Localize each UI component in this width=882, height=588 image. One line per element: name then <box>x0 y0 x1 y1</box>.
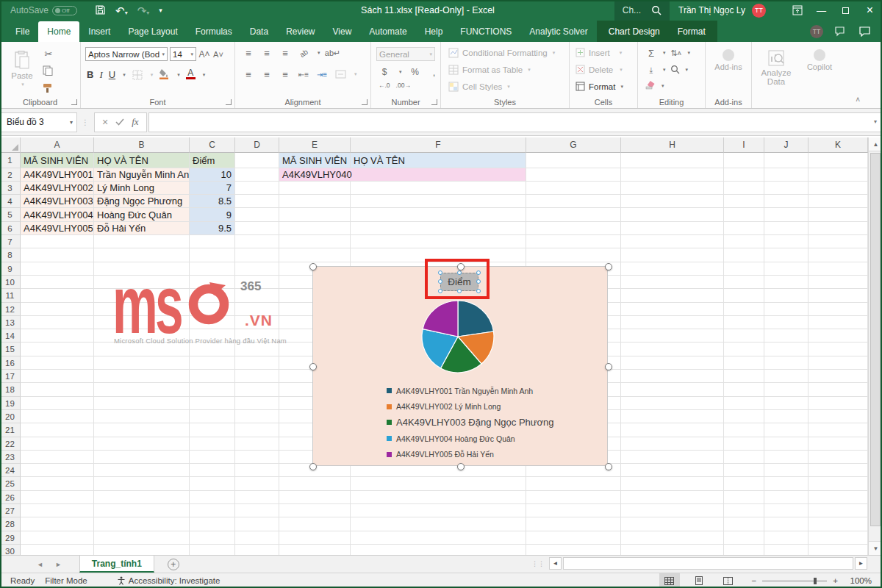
column-header-H[interactable]: H <box>621 137 724 153</box>
row-header-9[interactable]: 9 <box>0 262 21 276</box>
chart-handle-n[interactable] <box>457 263 465 270</box>
tab-functions[interactable]: FUNCTIONS <box>451 21 520 42</box>
cell-B1[interactable]: HỌ VÀ TÊN <box>94 153 189 168</box>
tab-analytic-solver[interactable]: Analytic Solver <box>520 21 596 42</box>
page-break-view-icon[interactable] <box>718 573 739 588</box>
row-header-30[interactable]: 30 <box>0 545 21 555</box>
cell-F1[interactable]: HỌ VÀ TÊN <box>351 153 526 168</box>
redo-button[interactable]: ↷▾ <box>137 5 150 16</box>
new-sheet-button[interactable]: + <box>168 559 179 570</box>
tab-view[interactable]: View <box>324 21 361 42</box>
insert-function-icon[interactable]: fx <box>132 116 138 128</box>
shrink-font-icon[interactable]: A˅ <box>212 49 224 60</box>
align-center-icon[interactable]: ≡ <box>261 68 273 80</box>
row-header-21[interactable]: 21 <box>0 423 21 437</box>
row-header-13[interactable]: 13 <box>0 316 21 329</box>
legend-item-2[interactable]: A4K49VLHY002 Lý Minh Long <box>387 399 554 415</box>
column-header-C[interactable]: C <box>190 137 235 153</box>
horizontal-scrollbar[interactable]: ⋮⋮ ◄ ► <box>531 557 867 570</box>
row-header-24[interactable]: 24 <box>0 464 21 477</box>
row-header-18[interactable]: 18 <box>0 383 21 397</box>
column-header-B[interactable]: B <box>94 137 190 153</box>
enter-icon[interactable] <box>115 115 124 129</box>
close-button[interactable]: × <box>858 0 882 21</box>
ribbon-display-options-icon[interactable] <box>785 0 809 21</box>
user-account[interactable]: Trần Thị Ngọc Ly TT <box>678 4 766 18</box>
formula-input[interactable]: ▾ <box>148 112 882 132</box>
alignment-dialog-launcher[interactable] <box>362 99 368 105</box>
wrap-text-icon[interactable]: ab↵ <box>327 47 339 59</box>
accessibility-status[interactable]: Accessibility: Investigate <box>117 576 220 585</box>
pie-chart[interactable]: Điểm A4K49VLHY001 Trần Nguyễn Minh AnhA4… <box>312 266 608 466</box>
tab-help[interactable]: Help <box>416 21 452 42</box>
scroll-right-icon[interactable]: ► <box>855 557 867 570</box>
comma-icon[interactable]: , <box>429 66 440 78</box>
find-select-icon[interactable] <box>670 65 680 76</box>
row-header-8[interactable]: 8 <box>0 248 21 262</box>
row-header-7[interactable]: 7 <box>0 235 21 248</box>
cell-C1[interactable]: Điểm <box>190 153 234 168</box>
underline-button[interactable]: U <box>109 69 115 80</box>
cell-B3[interactable]: Lý Minh Long <box>94 182 189 194</box>
cell-C3[interactable]: 7 <box>190 182 234 194</box>
copilot-button[interactable]: Copilot <box>800 45 839 99</box>
row-header-12[interactable]: 12 <box>0 303 21 316</box>
scroll-left-icon[interactable]: ◄ <box>549 557 562 570</box>
fill-color-icon[interactable] <box>159 68 170 81</box>
chart-handle-ne[interactable] <box>605 263 612 270</box>
cell-E2[interactable]: A4K49VLHY040 <box>279 168 526 181</box>
format-painter-icon[interactable] <box>43 83 54 95</box>
merge-center-icon[interactable] <box>334 68 346 80</box>
currency-icon[interactable]: $ <box>379 66 390 78</box>
tab-formulas[interactable]: Formulas <box>187 21 241 42</box>
tab-data[interactable]: Data <box>241 21 277 42</box>
row-header-5[interactable]: 5 <box>0 208 21 222</box>
grow-font-icon[interactable]: A˄ <box>198 49 210 60</box>
cell-B4[interactable]: Đặng Ngọc Phương <box>94 195 189 207</box>
chart-handle-sw[interactable] <box>309 463 317 470</box>
column-header-J[interactable]: J <box>764 137 808 153</box>
sheet-tab[interactable]: Trang_tính1 <box>79 556 154 573</box>
name-box-dropdown-icon[interactable]: ▾ <box>70 119 73 126</box>
cell-C5[interactable]: 9 <box>190 208 234 221</box>
cell-A4[interactable]: A4K49VLHY003 <box>21 195 93 207</box>
chart-legend[interactable]: A4K49VLHY001 Trần Nguyễn Minh AnhA4K49VL… <box>387 383 554 462</box>
row-header-2[interactable]: 2 <box>0 168 21 182</box>
select-all-corner[interactable] <box>0 137 21 153</box>
italic-button[interactable]: I <box>99 69 102 81</box>
scroll-up-icon[interactable]: ▲ <box>869 137 882 151</box>
column-header-A[interactable]: A <box>21 137 94 153</box>
fill-icon[interactable]: ⤓ <box>645 64 657 76</box>
number-format-combo[interactable]: General▾ <box>376 47 435 61</box>
clipboard-dialog-launcher[interactable] <box>71 99 77 105</box>
row-header-29[interactable]: 29 <box>0 531 21 545</box>
font-color-icon[interactable]: A <box>186 70 196 79</box>
column-header-G[interactable]: G <box>526 137 621 153</box>
autosum-icon[interactable]: Σ <box>645 47 657 59</box>
chart-handle-se[interactable] <box>605 463 612 470</box>
row-header-3[interactable]: 3 <box>0 182 21 195</box>
paste-button[interactable]: Paste ▾ <box>7 46 37 101</box>
cell-A3[interactable]: A4K49VLHY002 <box>21 182 93 194</box>
formula-bar-expand-icon[interactable]: ▾ <box>874 118 877 125</box>
borders-icon[interactable] <box>132 69 143 81</box>
autosave-toggle[interactable]: AutoSave Off <box>10 5 77 15</box>
zoom-out-icon[interactable]: − <box>752 576 757 585</box>
cell-B5[interactable]: Hoàng Đức Quân <box>94 208 189 221</box>
row-header-27[interactable]: 27 <box>0 504 21 517</box>
chart-handle-s[interactable] <box>457 463 465 470</box>
row-header-23[interactable]: 23 <box>0 451 21 464</box>
pie-plot[interactable] <box>417 296 498 377</box>
row-header-10[interactable]: 10 <box>0 276 21 289</box>
spreadsheet-grid[interactable]: 1234567891011121314151617181920212223242… <box>0 153 868 555</box>
column-header-F[interactable]: F <box>351 137 526 153</box>
align-right-icon[interactable]: ≡ <box>279 68 291 80</box>
sheet-nav-arrows[interactable]: ◄► <box>37 561 74 568</box>
cell-C2[interactable]: 10 <box>190 168 234 181</box>
normal-view-icon[interactable] <box>659 573 680 588</box>
row-header-11[interactable]: 11 <box>0 289 21 303</box>
copy-icon[interactable] <box>43 65 54 77</box>
decrease-indent-icon[interactable]: ⇤≡ <box>298 68 309 80</box>
cut-icon[interactable]: ✂ <box>43 48 54 60</box>
tab-automate[interactable]: Automate <box>360 21 415 42</box>
